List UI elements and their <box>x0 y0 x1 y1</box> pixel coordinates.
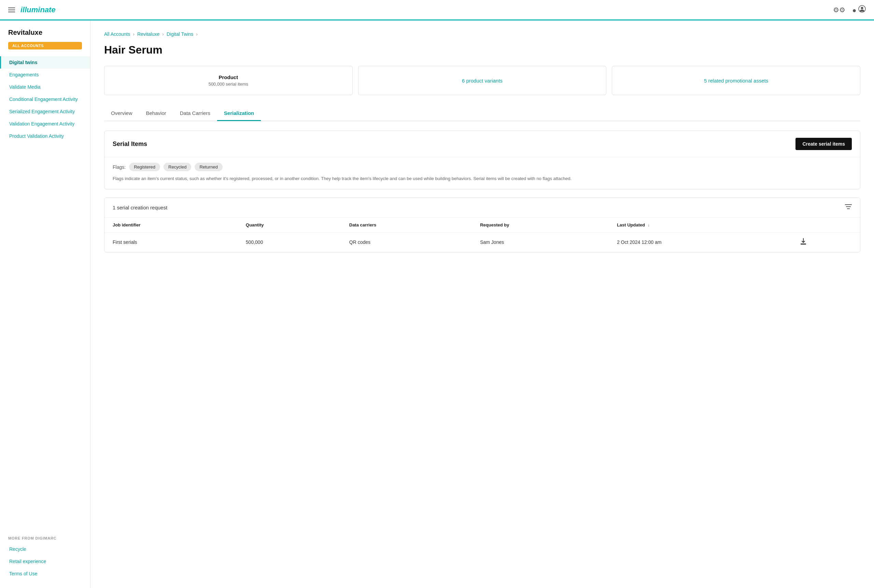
top-nav: illuminate ⚙ <box>0 0 874 21</box>
nav-left: illuminate <box>8 6 56 14</box>
stat-card-assets[interactable]: 5 related promotional assets <box>612 66 860 95</box>
serial-items-header: Serial Items Create serial items <box>104 131 860 157</box>
serial-items-card: Serial Items Create serial items Flags: … <box>104 130 860 189</box>
tab-behavior[interactable]: Behavior <box>139 106 173 121</box>
col-job-identifier: Job identifier <box>104 218 238 232</box>
sidebar-item-serialized-engagement[interactable]: Serialized Engagement Activity <box>0 105 90 118</box>
page-title: Hair Serum <box>104 44 860 56</box>
sidebar-item-product-validation[interactable]: Product Validation Activity <box>0 130 90 142</box>
flags-description: Flags indicate an item's current status,… <box>113 175 852 182</box>
sidebar-item-digital-twins[interactable]: Digital twins <box>0 56 90 69</box>
main-content: All Accounts › Revitaluxe › Digital Twin… <box>90 21 874 588</box>
col-data-carriers: Data carriers <box>341 218 472 232</box>
col-quantity: Quantity <box>238 218 341 232</box>
breadcrumb-sep-3: › <box>196 32 198 37</box>
download-icon[interactable] <box>800 239 806 246</box>
nav-right: ⚙ <box>833 5 866 14</box>
stat-product-sub: 500,000 serial items <box>209 81 248 87</box>
create-serial-items-button[interactable]: Create serial items <box>796 138 852 150</box>
stat-assets-link: 5 related promotional assets <box>704 78 768 84</box>
breadcrumb-sep-1: › <box>133 32 134 37</box>
tab-overview[interactable]: Overview <box>104 106 139 121</box>
cell-last-updated: 2 Oct 2024 12:00 am <box>609 232 793 252</box>
breadcrumb-sep-2: › <box>162 32 164 37</box>
hamburger-menu[interactable] <box>8 8 15 12</box>
sidebar-item-engagements[interactable]: Engagements <box>0 69 90 81</box>
breadcrumb-revitaluxe[interactable]: Revitaluxe <box>137 32 159 37</box>
sidebar-item-recycle[interactable]: Recycle <box>0 543 90 555</box>
sidebar-badge[interactable]: ALL ACCOUNTS <box>8 42 82 50</box>
stat-card-product[interactable]: Product 500,000 serial items <box>104 66 353 95</box>
sidebar-more-label: MORE FROM DIGIMARC <box>0 536 90 540</box>
stat-product-title: Product <box>219 74 238 80</box>
tab-data-carriers[interactable]: Data Carriers <box>173 106 217 121</box>
sidebar-item-conditional-engagement[interactable]: Conditional Engagement Activity <box>0 93 90 105</box>
col-requested-by: Requested by <box>472 218 609 232</box>
sidebar: Revitaluxe ALL ACCOUNTS Digital twins En… <box>0 21 90 588</box>
table-header-title: 1 serial creation request <box>113 205 167 210</box>
svg-rect-5 <box>800 243 806 244</box>
col-last-updated[interactable]: Last Updated ↓ <box>609 218 793 232</box>
sidebar-item-retail-experience[interactable]: Retail experience <box>0 555 90 567</box>
flags-label: Flags: <box>113 164 126 170</box>
table-head-row: Job identifier Quantity Data carriers Re… <box>104 218 860 232</box>
flags-area: Flags: Registered Recycled Returned Flag… <box>104 157 860 189</box>
app-layout: Revitaluxe ALL ACCOUNTS Digital twins En… <box>0 21 874 588</box>
flags-row: Flags: Registered Recycled Returned <box>113 163 852 171</box>
svg-point-1 <box>861 7 863 9</box>
table-header: 1 serial creation request <box>104 198 860 218</box>
sidebar-item-validate-media[interactable]: Validate Media <box>0 81 90 93</box>
col-actions <box>792 218 860 232</box>
cell-job-identifier: First serials <box>104 232 238 252</box>
filter-icon[interactable] <box>845 204 852 211</box>
stat-variants-link: 6 product variants <box>462 78 502 84</box>
breadcrumb-all-accounts[interactable]: All Accounts <box>104 32 130 37</box>
sort-icon: ↓ <box>648 223 650 228</box>
stat-card-variants[interactable]: 6 product variants <box>358 66 607 95</box>
breadcrumb: All Accounts › Revitaluxe › Digital Twin… <box>104 32 860 37</box>
sidebar-item-terms-of-use[interactable]: Terms of Use <box>0 567 90 580</box>
cell-quantity: 500,000 <box>238 232 341 252</box>
breadcrumb-digital-twins[interactable]: Digital Twins <box>167 32 193 37</box>
user-icon[interactable] <box>852 5 866 14</box>
flag-recycled: Recycled <box>164 163 191 171</box>
serial-items-title: Serial Items <box>113 141 147 148</box>
table-row: First serials 500,000 QR codes Sam Jones… <box>104 232 860 252</box>
sidebar-brand: Revitaluxe <box>0 28 90 39</box>
cell-requested-by: Sam Jones <box>472 232 609 252</box>
sidebar-footer: MORE FROM DIGIMARC Recycle Retail experi… <box>0 530 90 580</box>
flag-registered: Registered <box>129 163 160 171</box>
tabs: Overview Behavior Data Carriers Serializ… <box>104 106 860 121</box>
serial-table: Job identifier Quantity Data carriers Re… <box>104 218 860 252</box>
cell-data-carriers: QR codes <box>341 232 472 252</box>
serial-creation-table: 1 serial creation request Job identifier… <box>104 198 860 252</box>
sidebar-item-validation-engagement[interactable]: Validation Engagement Activity <box>0 118 90 130</box>
settings-icon[interactable]: ⚙ <box>833 6 845 14</box>
sidebar-nav: Digital twins Engagements Validate Media… <box>0 56 90 530</box>
tab-serialization[interactable]: Serialization <box>217 106 261 121</box>
cell-download[interactable] <box>792 232 860 252</box>
stats-cards: Product 500,000 serial items 6 product v… <box>104 66 860 95</box>
app-logo: illuminate <box>21 6 56 14</box>
flag-returned: Returned <box>195 163 222 171</box>
